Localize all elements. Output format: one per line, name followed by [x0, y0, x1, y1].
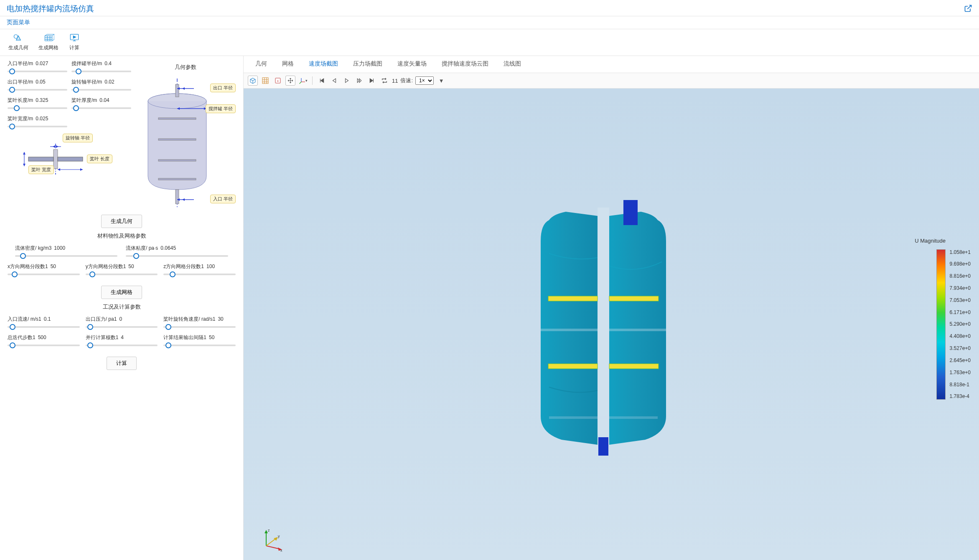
svg-marker-56 [357, 79, 359, 82]
legend-title: U Magnitude [915, 238, 946, 244]
svg-marker-74 [274, 537, 278, 541]
viscosity-slider[interactable] [126, 255, 228, 257]
page-menu[interactable]: 页面菜单 [7, 19, 30, 25]
gen-mesh-button[interactable]: 生成网格 [101, 286, 142, 299]
inlet-r-diag-label: 入口 半径 [210, 195, 236, 203]
mesh-z-slider[interactable] [163, 274, 236, 275]
outlet-p-slider[interactable] [86, 326, 158, 328]
viewer-canvas[interactable]: z y x U Magnitude 1.058e+19.698e+08.816e… [244, 89, 979, 560]
view-tab[interactable]: 搅拌轴速度场云图 [434, 56, 496, 73]
geom-section-title: 几何参数 [175, 63, 196, 71]
play-icon[interactable] [342, 76, 352, 86]
blade-width-slider[interactable] [8, 126, 67, 127]
compute-icon [69, 33, 80, 43]
calc-icon[interactable]: ± [273, 76, 283, 86]
tank-r-diag-label: 搅拌罐 半径 [206, 104, 236, 113]
view-tab[interactable]: 压力场截图 [346, 56, 390, 73]
svg-marker-22 [53, 145, 55, 148]
output-interval-slider[interactable] [163, 345, 236, 346]
svg-rect-63 [548, 296, 598, 301]
shaft-radius-slider[interactable] [71, 89, 131, 91]
output-interval-label: 计算结果输出间隔1 [163, 334, 206, 341]
svg-rect-65 [548, 364, 598, 369]
blade-length-value: 0.325 [36, 97, 48, 103]
total-steps-slider[interactable] [8, 345, 80, 346]
view-tab[interactable]: 网格 [275, 56, 301, 73]
next-frame-icon[interactable] [354, 76, 364, 86]
external-link-icon[interactable] [964, 4, 972, 14]
grid-icon[interactable] [260, 76, 270, 86]
density-slider[interactable] [15, 255, 117, 257]
legend-tick: 7.053e+0 [950, 297, 971, 303]
svg-marker-55 [346, 79, 348, 82]
svg-rect-29 [158, 118, 196, 119]
mesh-y-label: y方向网格分段数1 [86, 263, 126, 270]
axis-triad: z y x [259, 527, 285, 552]
gen-geom-button[interactable]: 生成几何 [101, 215, 142, 228]
tank-radius-slider[interactable] [71, 71, 131, 72]
legend-tick: 7.934e+0 [950, 285, 971, 291]
view-tab[interactable]: 流线图 [496, 56, 529, 73]
move-icon[interactable] [285, 76, 295, 86]
case-section-title: 工况及计算参数 [8, 303, 236, 311]
blade-length-slider[interactable] [8, 107, 67, 109]
blade-width-value: 0.025 [36, 116, 48, 122]
loop-icon[interactable] [379, 76, 389, 86]
velocity-field-render [524, 191, 683, 458]
svg-text:x: x [280, 548, 282, 552]
legend-tick: 1.763e+0 [950, 370, 971, 375]
cores-slider[interactable] [86, 345, 158, 346]
last-frame-icon[interactable] [367, 76, 377, 86]
prev-frame-icon[interactable] [329, 76, 339, 86]
svg-marker-53 [321, 79, 324, 82]
density-label: 流体密度/ kg/m3 [15, 245, 51, 252]
mesh-icon [43, 33, 54, 43]
svg-text:y: y [278, 534, 280, 538]
blade-thickness-slider[interactable] [71, 107, 131, 109]
angular-vel-value: 30 [218, 316, 223, 322]
first-frame-icon[interactable] [317, 76, 327, 86]
speed-select[interactable]: 1× [415, 76, 434, 85]
legend-tick: 2.645e+0 [950, 357, 971, 363]
svg-marker-35 [182, 87, 185, 90]
shaft-radius-label: 旋转轴半径/m [71, 79, 102, 86]
view-tab[interactable]: 速度矢量场 [390, 56, 434, 73]
outlet-radius-slider[interactable] [8, 89, 67, 91]
svg-rect-62 [598, 437, 608, 456]
view-cube-icon[interactable] [248, 76, 258, 86]
mesh-x-slider[interactable] [8, 274, 80, 275]
svg-marker-23 [56, 145, 58, 148]
gen-geom-tool[interactable]: 生成几何 [8, 33, 28, 51]
inlet-vel-slider[interactable] [8, 326, 80, 328]
geometry-icon [13, 33, 24, 43]
output-interval-value: 50 [209, 334, 214, 340]
blade-thickness-value: 0.04 [99, 97, 109, 103]
tank-diagram [135, 76, 236, 210]
page-title: 电加热搅拌罐内流场仿真 [7, 3, 94, 14]
shaft-radius-value: 0.02 [104, 79, 114, 85]
cores-value: 4 [121, 334, 124, 340]
mesh-z-label: z方向网格分段数1 [163, 263, 204, 270]
axes-icon[interactable]: ▾ [298, 76, 308, 86]
viscosity-value: 0.0645 [160, 245, 176, 251]
mesh-z-value: 100 [206, 264, 215, 269]
outlet-r-diag-label: 出口 半径 [210, 84, 236, 92]
angular-vel-slider[interactable] [163, 326, 236, 328]
inlet-vel-value: 0.1 [44, 316, 51, 322]
svg-line-51 [299, 82, 301, 84]
blade-width-label: 桨叶宽度/m [8, 115, 33, 122]
gen-mesh-tool[interactable]: 生成网格 [38, 33, 58, 51]
view-tab[interactable]: 几何 [248, 56, 275, 73]
speed-dropdown-icon[interactable]: ▼ [436, 76, 446, 86]
svg-rect-68 [549, 416, 658, 419]
legend-tick: 1.058e+1 [950, 249, 971, 255]
view-tab[interactable]: 速度场截图 [301, 56, 346, 73]
compute-button[interactable]: 计算 [107, 357, 137, 370]
svg-marker-54 [333, 79, 336, 82]
mesh-y-slider[interactable] [86, 274, 158, 275]
outlet-radius-value: 0.05 [36, 79, 45, 85]
compute-tool[interactable]: 计算 [69, 33, 80, 51]
inlet-radius-slider[interactable] [8, 71, 67, 72]
tank-radius-label: 搅拌罐半径/m [71, 60, 102, 67]
svg-marker-20 [80, 168, 83, 171]
